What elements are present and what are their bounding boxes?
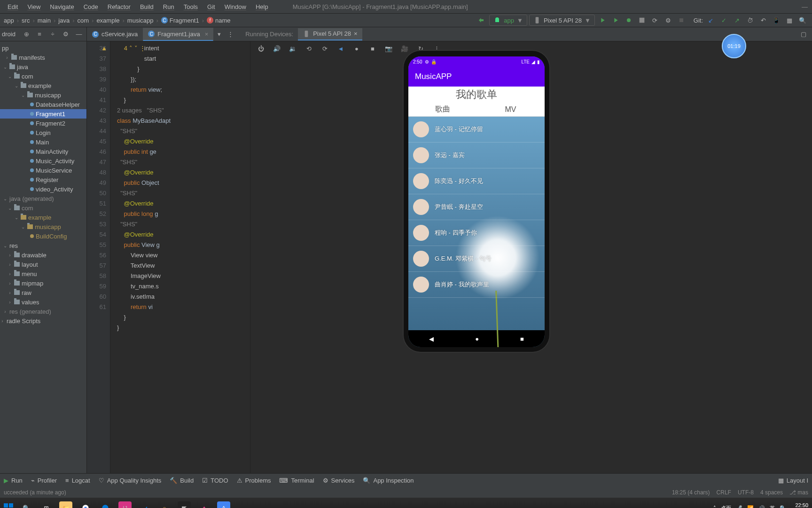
search-tray-icon[interactable]: 🔍 (780, 505, 786, 508)
expand-icon[interactable]: ≡ (34, 29, 45, 40)
crumb-com[interactable]: com (77, 17, 89, 24)
tree-file[interactable]: Login (0, 128, 86, 137)
song-row[interactable]: G.E.M. 邓紫棋 - 句号 (408, 246, 545, 272)
apply-changes-button[interactable] (610, 15, 621, 26)
tray-up-icon[interactable]: ˄ (713, 505, 716, 508)
screenshot-icon[interactable]: 📷 (383, 43, 394, 54)
song-list[interactable]: 蓝心羽 - 记忆停留 张远 - 嘉宾 陈奕迅 - 好久不见 尹昔眠 - 奔赴星空… (408, 117, 545, 330)
tree-file[interactable]: DatebaseHelper (0, 100, 86, 109)
sdk-button[interactable]: ▦ (784, 15, 795, 26)
song-row[interactable]: 尹昔眠 - 奔赴星空 (408, 194, 545, 220)
volume-icon[interactable]: 🔊 (758, 505, 765, 508)
system-tray[interactable]: ˄ 桌面 🎤 📶 🔊 英 🔍 22:50 2023/4/ (713, 502, 808, 508)
android-studio-icon[interactable]: A (217, 501, 230, 508)
tree-file[interactable]: Music_Activity (0, 156, 86, 166)
song-row[interactable]: 张远 - 嘉宾 (408, 143, 545, 168)
coverage-button[interactable]: ⟳ (649, 15, 661, 26)
song-row[interactable]: 蓝心羽 - 记忆停留 (408, 117, 545, 143)
close-icon[interactable]: × (354, 30, 358, 37)
close-icon[interactable]: × (205, 31, 209, 38)
vscode-icon[interactable]: ◢ (138, 501, 151, 508)
tab-songs[interactable]: 歌曲 (408, 103, 476, 116)
tree-file[interactable]: Fragment2 (0, 119, 86, 128)
sync-icon[interactable] (476, 15, 487, 26)
song-row[interactable]: 程响 - 四季予你 (408, 220, 545, 246)
app-icon2[interactable]: ◤ (178, 501, 191, 508)
device-dropdown[interactable]: Pixel 5 API 28 ▼ (529, 15, 595, 26)
edge-icon[interactable] (99, 501, 112, 508)
attach-button[interactable]: ⚙ (663, 15, 674, 26)
tree-java[interactable]: ⌄java (0, 62, 86, 71)
crumb-main[interactable]: main (38, 17, 51, 24)
tree-res-item[interactable]: ›drawable (0, 250, 86, 260)
tool-build[interactable]: 🔨Build (170, 477, 194, 484)
menu-run[interactable]: Run (159, 2, 178, 11)
menu-help[interactable]: Help (252, 2, 272, 11)
menu-refactor[interactable]: Refactor (104, 2, 134, 11)
tabs-dropdown-icon[interactable]: ▾ (213, 29, 225, 40)
tab-musicservice[interactable]: C cService.java (87, 28, 143, 41)
crumb-app[interactable]: app (4, 17, 14, 24)
status-encoding[interactable]: UTF-8 (738, 489, 754, 496)
tree-manifests[interactable]: ›manifests (0, 53, 86, 62)
tab-mv[interactable]: MV (476, 103, 545, 116)
tree-res-item[interactable]: ›mipmap (0, 278, 86, 288)
code-editor[interactable]: intent start } }); return view; }2 usage… (110, 41, 250, 473)
settings-icon[interactable]: ⚙ (60, 29, 71, 40)
up-icon[interactable]: ˄ (129, 43, 133, 54)
debug-button[interactable] (623, 15, 634, 26)
app-icon3[interactable]: ✦ (197, 501, 211, 508)
tree-root[interactable]: pp (0, 43, 86, 53)
more-icon[interactable]: ⋮ (140, 43, 146, 54)
git-rollback-button[interactable]: ↶ (757, 15, 769, 26)
git-commit-button[interactable]: ✓ (718, 15, 729, 26)
back-icon[interactable]: ◄ (335, 43, 346, 54)
git-push-button[interactable]: ↗ (731, 15, 742, 26)
song-row[interactable]: 陈奕迅 - 好久不见 (408, 168, 545, 194)
menu-window[interactable]: Window (221, 2, 250, 11)
song-row[interactable]: 曲肖婷 - 我的歌声里 (408, 272, 545, 298)
crumb-field[interactable]: name (215, 17, 231, 24)
menu-tools[interactable]: Tools (180, 2, 202, 11)
nav-overview-icon[interactable]: ■ (520, 335, 524, 342)
run-button[interactable] (597, 15, 608, 26)
menu-git[interactable]: Git (203, 2, 219, 11)
desktop-label[interactable]: 桌面 (721, 505, 731, 508)
tree-file-selected[interactable]: Fragment1 (0, 109, 86, 119)
stop-button[interactable] (676, 15, 687, 26)
tree-res-item[interactable]: ›raw (0, 288, 86, 297)
tree-file[interactable]: MainActivity (0, 147, 86, 156)
explorer-icon[interactable]: 📁 (59, 501, 72, 508)
taskview-icon[interactable]: ⊞ (39, 501, 53, 508)
tree-musicapp2[interactable]: ⌄musicapp (0, 222, 86, 231)
tree-res-gen[interactable]: ›res (generated) (0, 307, 86, 316)
search-icon[interactable]: 🔍 (20, 501, 33, 508)
tree-res-item[interactable]: ›menu (0, 269, 86, 278)
tree-java-gen[interactable]: ⌄java (generated) (0, 194, 86, 203)
tool-terminal[interactable]: ⌨Terminal (279, 477, 314, 484)
chrome-icon[interactable] (79, 501, 92, 508)
maximize-icon[interactable]: ▢ (798, 29, 809, 40)
search-button[interactable]: 🔍 (797, 15, 808, 26)
tree-example2[interactable]: ⌄example (0, 213, 86, 222)
tree-res-item[interactable]: ›values (0, 297, 86, 307)
ime-indicator[interactable]: 英 (770, 505, 775, 508)
home-icon[interactable]: ● (351, 43, 362, 54)
tool-problems[interactable]: ⚠Problems (237, 477, 271, 484)
down-icon[interactable]: ˅ (134, 43, 138, 54)
status-position[interactable]: 18:25 (4 chars) (672, 489, 710, 496)
select-opened-icon[interactable]: ÷ (47, 29, 58, 40)
tree-res[interactable]: ⌄res (0, 241, 86, 250)
avd-button[interactable]: 📱 (771, 15, 782, 26)
tool-logcat[interactable]: ≡Logcat (65, 477, 90, 484)
power-icon[interactable]: ⏻ (255, 43, 266, 54)
record-icon[interactable]: 🎥 (399, 43, 410, 54)
crumb-class[interactable]: Fragment1 (170, 17, 199, 24)
nav-home-icon[interactable]: ● (475, 335, 479, 342)
tree-file[interactable]: Main (0, 137, 86, 147)
tool-appinspection[interactable]: 🔍App Inspection (363, 477, 414, 484)
tree-example[interactable]: ⌄example (0, 81, 86, 90)
menu-build[interactable]: Build (136, 2, 157, 11)
app-icon[interactable]: ○ (158, 501, 171, 508)
tree-gradle[interactable]: ›radle Scripts (0, 316, 86, 325)
